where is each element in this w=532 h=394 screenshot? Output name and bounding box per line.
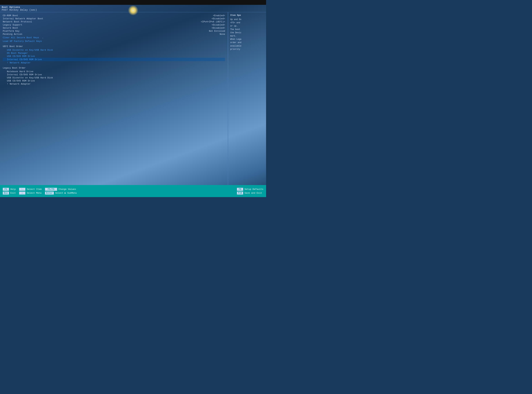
top-bar <box>0 0 266 5</box>
sidebar-line-9: available <box>230 44 264 48</box>
enter-key: Enter <box>45 192 54 195</box>
f5f6-desc: Change Values <box>58 188 76 191</box>
legacy-item-5[interactable]: ! Network Adapter <box>3 82 225 85</box>
footer-esc: Esc Exit <box>3 192 16 195</box>
load-hp-factory-label: Load HP Factory Default Keys <box>3 40 42 42</box>
legacy-item-3-label: USB Diskette on Key/USB Hard Disk <box>7 77 53 79</box>
load-hp-factory-row[interactable]: Load HP Factory Default Keys <box>3 40 225 43</box>
pending-action-label: Pending Action <box>3 33 22 36</box>
footer-f9: F9 Setup Defaults <box>237 188 263 191</box>
sidebar-line-1: Up and Do <box>230 18 264 21</box>
uefi-item-5[interactable]: ! Network Adapter <box>3 61 225 64</box>
f1-desc: Help <box>10 188 16 191</box>
uefi-boot-title: UEFI Boot Order <box>3 45 225 48</box>
sidebar-line-3: or up. <box>230 25 264 28</box>
updown-desc: Select Item <box>27 188 42 191</box>
secure-boot-value: <Disabled> <box>208 27 225 29</box>
secure-boot-row[interactable]: Secure Boot <Disabled> <box>3 27 225 29</box>
secure-boot-label: Secure Boot <box>3 27 18 29</box>
leftright-desc: Select Menu <box>27 192 42 194</box>
f10-key: F10 <box>237 192 243 195</box>
clear-secure-boot-label: Clear All Secure Boot Keys <box>3 36 39 39</box>
sidebar-line-10: priority <box>230 48 264 51</box>
uefi-item-5-label: ! Network Adapter <box>7 62 31 64</box>
sidebar-line-5: the Devic <box>230 31 264 34</box>
f1-key: F1 <box>3 188 9 191</box>
legacy-item-2-label: Internal CD/DVD ROM Drive <box>7 73 42 76</box>
footer-f5f6-group: F5/F6 Change Values Enter Select ▶ SubMe… <box>45 188 77 195</box>
legacy-item-5-label: ! Network Adapter <box>7 83 31 85</box>
legacy-boot-section: Legacy Boot Order <box>3 67 225 69</box>
footer-leftright: ↔ Select Menu <box>19 192 42 195</box>
bios-screen: Boot Options POST Hotkey Delay (sec) CD-… <box>0 5 266 185</box>
cd-rom-boot-row[interactable]: CD-ROM Boot <Enabled> <box>3 14 225 17</box>
pending-action-row[interactable]: Pending Action None <box>3 33 225 36</box>
bios-content: CD-ROM Boot <Enabled> Internal Network A… <box>0 12 266 185</box>
legacy-item-2[interactable]: Internal CD/DVD ROM Drive <box>3 73 225 76</box>
uefi-item-4-label: Internal CD/DVD ROM Drive <box>7 58 42 61</box>
f5f6-key: F5/F6 <box>45 188 57 191</box>
footer-f1: F1 Help <box>3 188 16 191</box>
sidebar-line-2: <F5> and <box>230 21 264 25</box>
uefi-boot-section: UEFI Boot Order <box>3 45 225 48</box>
esc-desc: Exit <box>10 192 16 194</box>
legacy-support-label: Legacy Support <box>3 24 22 26</box>
network-boot-protocol-label: Network Boot Protocol <box>3 21 32 23</box>
sidebar-line-7: When Lega <box>230 38 264 41</box>
sidebar-line-6: mark. <box>230 34 264 38</box>
legacy-support-row[interactable]: Legacy Support <Disabled> <box>3 24 225 26</box>
f9-desc: Setup Defaults <box>245 188 263 191</box>
internal-network-row[interactable]: Internal Network Adapter Boot <Disabled> <box>3 17 225 20</box>
sidebar-line-8: order and <box>230 41 264 44</box>
cd-rom-boot-label: CD-ROM Boot <box>3 14 18 17</box>
f10-desc: Save and Exit <box>245 192 262 194</box>
legacy-item-4[interactable]: USB CD/DVD ROM Drive <box>3 79 225 82</box>
clear-secure-boot-row[interactable]: Clear All Secure Boot Keys . <box>3 36 225 39</box>
sidebar-line-4: The boot <box>230 28 264 31</box>
footer-updown: ↑↓ Select Item <box>19 188 42 191</box>
enter-desc: Select ▶ SubMenu <box>55 192 77 194</box>
network-boot-protocol-value: <IPv4+IPv6 (UEFI)> <box>197 21 225 23</box>
footer-f9f10-group: F9 Setup Defaults F10 Save and Exit <box>237 188 263 195</box>
light-glare <box>128 5 138 16</box>
bios-footer: F1 Help Esc Exit ↑↓ Select Item ↔ Select… <box>0 185 266 197</box>
platform-key-value: Not Enrolled <box>205 30 225 32</box>
internal-network-label: Internal Network Adapter Boot <box>3 17 43 20</box>
uefi-item-3[interactable]: USB CD/DVD ROM Drive <box>3 55 225 58</box>
esc-key: Esc <box>3 192 9 195</box>
platform-key-label: Platform Key <box>3 30 20 32</box>
legacy-item-1-label: Notebook Hard Drive <box>7 70 33 73</box>
main-panel: CD-ROM Boot <Enabled> Internal Network A… <box>0 12 228 185</box>
leftright-key: ↔ <box>19 192 25 195</box>
f9-key: F9 <box>237 188 243 191</box>
uefi-item-4[interactable]: Internal CD/DVD ROM Drive <box>3 58 225 61</box>
network-boot-protocol-row[interactable]: Network Boot Protocol <IPv4+IPv6 (UEFI)> <box>3 21 225 23</box>
uefi-item-2-label: OS Boot Manager <box>7 52 28 54</box>
updown-key: ↑↓ <box>19 188 25 191</box>
sidebar-title: Item Spe <box>230 14 264 16</box>
internal-network-value: <Disabled> <box>208 17 225 20</box>
legacy-item-4-label: USB CD/DVD ROM Drive <box>7 80 35 82</box>
footer-arrow-group: ↑↓ Select Item ↔ Select Menu <box>19 188 42 195</box>
footer-f10: F10 Save and Exit <box>237 192 263 195</box>
platform-key-row[interactable]: Platform Key Not Enrolled <box>3 30 225 32</box>
sidebar-text: Up and Do <F5> and or up. The boot the D… <box>230 18 264 51</box>
legacy-item-3[interactable]: USB Diskette on Key/USB Hard Disk <box>3 76 225 79</box>
cd-rom-boot-value: <Enabled> <box>210 14 225 17</box>
right-sidebar: Item Spe Up and Do <F5> and or up. The b… <box>228 12 266 185</box>
legacy-boot-title: Legacy Boot Order <box>3 67 225 69</box>
uefi-item-3-label: USB CD/DVD ROM Drive <box>7 55 35 57</box>
footer-f1-group: F1 Help Esc Exit <box>3 188 16 195</box>
legacy-support-value: <Disabled> <box>208 24 225 26</box>
pending-action-value: None <box>216 33 225 36</box>
uefi-item-2[interactable]: OS Boot Manager <box>3 52 225 55</box>
footer-enter: Enter Select ▶ SubMenu <box>45 192 77 195</box>
clear-secure-boot-dot: . <box>42 36 43 39</box>
legacy-item-1[interactable]: Notebook Hard Drive <box>3 70 225 73</box>
uefi-item-1-label: USB Diskette on Key/USB Hard Disk <box>7 49 53 51</box>
footer-f5f6: F5/F6 Change Values <box>45 188 77 191</box>
uefi-item-1[interactable]: USB Diskette on Key/USB Hard Disk <box>3 48 225 52</box>
